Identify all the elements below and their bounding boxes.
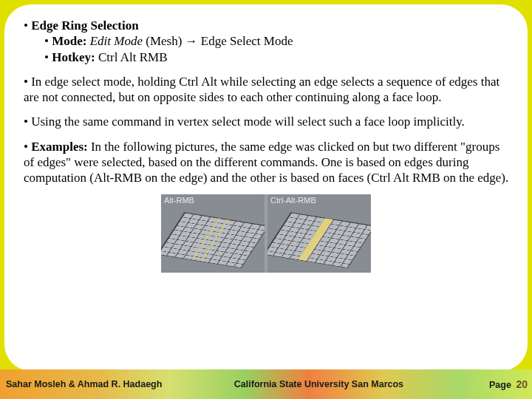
sub-list: Mode: Edit Mode (Mesh) → Edge Select Mod… <box>44 33 511 65</box>
sub-label: Mode: <box>52 34 86 48</box>
sub-emph: Edit Mode <box>90 34 143 48</box>
sub-rest: (Mesh) → Edge Select Mode <box>146 34 293 48</box>
figure-panel-right: Ctrl-Alt-RMB <box>267 194 371 273</box>
examples-text: In the following pictures, the same edge… <box>24 140 508 185</box>
figure: Alt-RMB Ctrl-Alt-RMB <box>161 194 371 273</box>
bullet-list: Edge Ring Selection Mode: Edit Mode (Mes… <box>24 18 511 185</box>
sub-rest: Ctrl Alt RMB <box>98 50 168 64</box>
bullet-para-2: Using the same command in vertex select … <box>24 114 511 129</box>
panel-label-left: Alt-RMB <box>164 196 194 206</box>
para-text: In edge select mode, holding Ctrl Alt wh… <box>24 75 499 104</box>
examples-label: Examples: <box>31 140 88 154</box>
para-text: Using the same command in vertex select … <box>31 115 465 129</box>
page-number: 20 <box>516 378 528 390</box>
grid-plane-icon <box>267 212 371 268</box>
footer-university: California State University San Marcos <box>234 379 468 389</box>
sub-label: Hotkey: <box>52 50 95 64</box>
sub-hotkey: Hotkey: Ctrl Alt RMB <box>44 50 511 65</box>
grid-plane-icon <box>161 212 265 268</box>
figure-wrap: Alt-RMB Ctrl-Alt-RMB <box>21 194 511 273</box>
slide-footer: Sahar Mosleh & Ahmad R. Hadaegh Californ… <box>0 369 532 399</box>
bullet-para-1: In edge select mode, holding Ctrl Alt wh… <box>24 74 511 106</box>
bullet-examples: Examples: In the following pictures, the… <box>24 139 511 186</box>
footer-page: Page 20 <box>468 378 532 390</box>
bullet-edge-ring: Edge Ring Selection Mode: Edit Mode (Mes… <box>24 18 511 65</box>
panel-label-right: Ctrl-Alt-RMB <box>270 196 316 206</box>
sub-mode: Mode: Edit Mode (Mesh) → Edge Select Mod… <box>44 33 511 49</box>
slide: Edge Ring Selection Mode: Edit Mode (Mes… <box>0 0 532 399</box>
figure-panel-left: Alt-RMB <box>161 194 265 273</box>
page-label: Page <box>489 380 511 390</box>
bullet-title: Edge Ring Selection <box>31 18 138 33</box>
content-card: Edge Ring Selection Mode: Edit Mode (Mes… <box>4 4 528 371</box>
footer-authors: Sahar Mosleh & Ahmad R. Hadaegh <box>0 379 234 389</box>
